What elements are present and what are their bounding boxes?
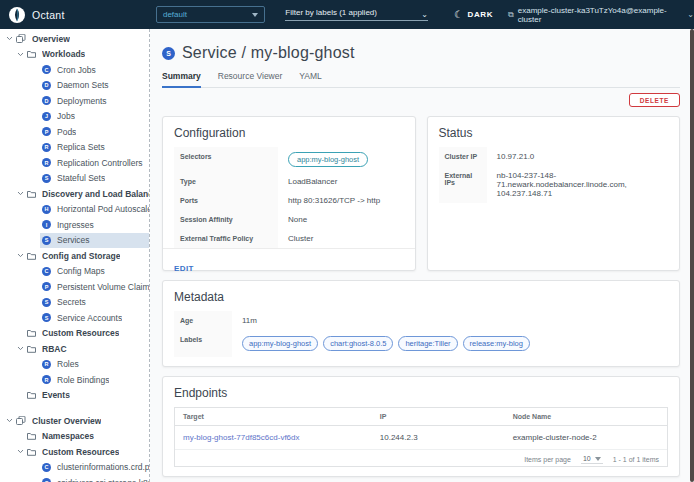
resource-icon: I	[42, 220, 51, 229]
sidebar-item-secrets[interactable]: S Secrets	[0, 295, 149, 311]
sidebar-item-cron-jobs[interactable]: C Cron Jobs	[0, 62, 149, 78]
sidebar-item-daemon-sets[interactable]: D Daemon Sets	[0, 78, 149, 94]
metadata-rows: Age 11m Labels app:my-blog-ghostchart:gh…	[174, 311, 668, 357]
tab-resource-viewer[interactable]: Resource Viewer	[218, 71, 283, 87]
field-value: nb-104-237-148-71.newark.nodebalancer.li…	[487, 166, 669, 203]
table-pagination: Items per page 10 1 - 1 of 1 items	[175, 450, 667, 466]
overview-icon	[16, 34, 26, 43]
resource-icon: P	[42, 127, 51, 136]
body: Overview Workloads C Cron Jobs D Daemon	[0, 29, 694, 482]
chevron-down-icon	[4, 418, 14, 423]
chevron-down-icon	[4, 36, 14, 41]
endpoints-header-row: TargetIPNode Name	[175, 408, 667, 426]
label-filter[interactable]: Filter by labels (1 applied) ⌄	[285, 8, 428, 21]
folder-icon	[27, 252, 36, 260]
metadata-title: Metadata	[174, 290, 668, 304]
sidebar-item-custom-resources[interactable]: Custom Resources	[0, 444, 149, 460]
sidebar-item-horizontal-pod-autoscalers[interactable]: H Horizontal Pod Autoscalers	[0, 202, 149, 218]
page-size-value: 10	[583, 455, 591, 462]
sidebar-item-label: Horizontal Pod Autoscalers	[57, 204, 149, 214]
sidebar-item-label: Daemon Sets	[57, 80, 109, 90]
sidebar-item-persistent-volume-claims[interactable]: P Persistent Volume Claims	[0, 279, 149, 295]
configuration-rows: Selectors app:my-blog-ghost Type LoadBal…	[174, 147, 404, 248]
endpoint-target-link[interactable]: my-blog-ghost-77df85c6cd-vf6dx	[175, 426, 372, 450]
sidebar-item-ingresses[interactable]: I Ingresses	[0, 217, 149, 233]
theme-toggle[interactable]: ☾ DARK	[454, 9, 493, 20]
resource-icon: C	[42, 65, 51, 74]
sidebar-nav: Overview Workloads C Cron Jobs D Daemon	[0, 29, 150, 482]
delete-button[interactable]: DELETE	[629, 93, 680, 107]
sidebar-item-role-bindings[interactable]: R Role Bindings	[0, 372, 149, 388]
sidebar-item-services[interactable]: S Services	[0, 233, 149, 249]
sidebar-item-pods[interactable]: P Pods	[0, 124, 149, 140]
sidebar-item-jobs[interactable]: J Jobs	[0, 109, 149, 125]
sidebar-item-label: Replication Controllers	[57, 158, 143, 168]
sidebar-item-replica-sets[interactable]: R Replica Sets	[0, 140, 149, 156]
sidebar-item-stateful-sets[interactable]: S Stateful Sets	[0, 171, 149, 187]
resource-icon: S	[42, 298, 51, 307]
sidebar-item-service-accounts[interactable]: S Service Accounts	[0, 310, 149, 326]
sidebar-item-clusterinformations-crd-projec[interactable]: C clusterinformations.crd.projec	[0, 460, 149, 476]
field-value: None	[278, 210, 404, 229]
label-chip: heritage:Tiller	[398, 336, 457, 351]
sidebar-item-workloads[interactable]: Workloads	[0, 47, 149, 63]
resource-icon: R	[42, 375, 51, 384]
endpoints-title: Endpoints	[174, 386, 668, 400]
field-value: Cluster	[278, 229, 404, 248]
sidebar-item-deployments[interactable]: D Deployments	[0, 93, 149, 109]
sidebar-item-label: Services	[57, 235, 90, 245]
field-value: app:my-blog-ghostchart:ghost-8.0.5herita…	[232, 330, 668, 357]
context-name: example-cluster-ka3TuTzYo4a@example-clus…	[518, 6, 684, 24]
sidebar-item-label: csidrivers.csi.storage.k8s.io	[57, 478, 149, 482]
tab-bar: SummaryResource ViewerYAML	[162, 71, 680, 88]
sidebar-item-config-maps[interactable]: C Config Maps	[0, 264, 149, 280]
sidebar-item-rbac[interactable]: RBAC	[0, 341, 149, 357]
actions-bar: DELETE	[162, 93, 680, 107]
sidebar-item-label: clusterinformations.crd.projec	[57, 462, 149, 472]
folder-icon	[27, 432, 36, 440]
sidebar-item-csidrivers-csi-storage-k8s-io[interactable]: C csidrivers.csi.storage.k8s.io	[0, 475, 149, 482]
sidebar-item-config-and-storage[interactable]: Config and Storage	[0, 248, 149, 264]
theme-label: DARK	[468, 10, 494, 19]
namespace-select[interactable]: default	[156, 6, 265, 23]
field-row: Type LoadBalancer	[174, 172, 404, 191]
table-row: my-blog-ghost-77df85c6cd-vf6dx10.244.2.3…	[175, 426, 667, 450]
edit-link[interactable]: EDIT	[174, 264, 194, 273]
field-row: Labels app:my-blog-ghostchart:ghost-8.0.…	[174, 330, 668, 357]
status-rows: Cluster IP 10.97.21.0 External IPs nb-10…	[439, 147, 669, 203]
tab-yaml[interactable]: YAML	[299, 71, 322, 87]
column-header: Target	[175, 408, 372, 426]
field-label: External Traffic Policy	[174, 229, 278, 248]
sidebar-item-discovery-and-load-balancing[interactable]: Discovery and Load Balancing	[0, 186, 149, 202]
sidebar-item-label: Cron Jobs	[57, 65, 96, 75]
field-label: Session Affinity	[174, 210, 278, 229]
octant-logo-icon	[9, 7, 25, 23]
main-content: S Service / my-blog-ghost SummaryResourc…	[150, 29, 694, 482]
sidebar-item-overview[interactable]: Overview	[0, 31, 149, 47]
pagination-range: 1 - 1 of 1 items	[613, 456, 659, 463]
filter-text: Filter by labels (1 applied)	[285, 8, 377, 17]
page-size-select[interactable]: 10	[581, 454, 603, 464]
sidebar-item-replication-controllers[interactable]: R Replication Controllers	[0, 155, 149, 171]
field-row: External IPs nb-104-237-148-71.newark.no…	[439, 166, 669, 203]
status-title: Status	[439, 126, 669, 140]
tab-summary[interactable]: Summary	[162, 71, 201, 88]
overview-icon	[16, 416, 26, 425]
sidebar-item-roles[interactable]: R Roles	[0, 357, 149, 373]
sidebar-item-custom-resources[interactable]: Custom Resources	[0, 326, 149, 342]
service-icon: S	[162, 47, 175, 60]
context-selector[interactable]: ⧉ example-cluster-ka3TuTzYo4a@example-cl…	[508, 6, 694, 24]
sidebar-item-events[interactable]: Events	[0, 388, 149, 404]
resource-icon: D	[42, 81, 51, 90]
resource-icon: C	[42, 478, 51, 482]
sidebar-item-label: Workloads	[42, 49, 85, 59]
column-header: IP	[372, 408, 505, 426]
items-per-page-label: Items per page	[524, 456, 571, 463]
field-row: Ports http 80:31626/TCP -> http	[174, 191, 404, 210]
sidebar-item-cluster-overview[interactable]: Cluster Overview	[0, 413, 149, 429]
sidebar-item-namespaces[interactable]: Namespaces	[0, 429, 149, 445]
namespace-value: default	[163, 10, 187, 19]
field-row: Selectors app:my-blog-ghost	[174, 147, 404, 172]
vertical-scrollbar[interactable]	[690, 29, 694, 482]
chevron-down-icon: ⌄	[687, 12, 694, 17]
